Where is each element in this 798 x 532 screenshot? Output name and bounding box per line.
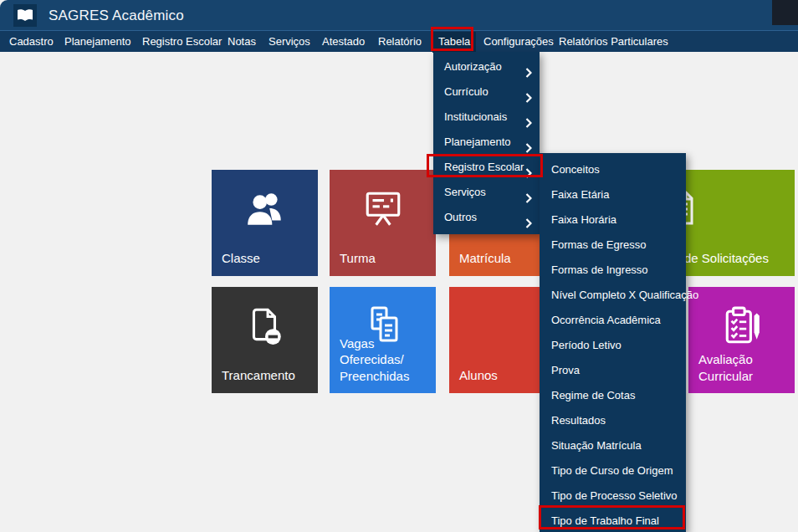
open-book-icon (13, 4, 37, 27)
submenu-item-faixa-horaria[interactable]: Faixa Horária (540, 207, 686, 233)
dropdown-item-autorizacao[interactable]: Autorização (433, 54, 540, 79)
people-icon (244, 188, 286, 233)
dropdown-item-curriculo[interactable]: Currículo (433, 79, 540, 105)
tile-avaliacao[interactable]: Avaliação Curricular (688, 287, 795, 393)
main-menubar: Cadastro Planejamento Registro Escolar N… (0, 30, 798, 52)
menu-item-planejamento[interactable]: Planejamento (59, 32, 137, 53)
presentation-board-icon (362, 188, 404, 233)
app-title: SAGRES Acadêmico (49, 0, 184, 30)
submenu-item-tipo-de-processo-seletivo[interactable]: Tipo de Processo Seletivo (540, 483, 686, 509)
tile-label: Classe (222, 250, 260, 267)
menu-item-cadastro[interactable]: Cadastro (3, 32, 59, 53)
tile-label: Matrícula (459, 250, 511, 267)
chevron-right-icon (525, 212, 532, 238)
submenu-item-conceitos[interactable]: Conceitos (540, 157, 686, 182)
submenu-item-tipo-de-trabalho-final[interactable]: Tipo de Trabalho Final (540, 509, 686, 532)
tile-label: de Solicitações (684, 250, 769, 267)
menu-item-registro-escolar[interactable]: Registro Escolar (136, 32, 228, 53)
submenu-item-resultados[interactable]: Resultados (540, 408, 686, 433)
dropdown-item-planejamento[interactable]: Planejamento (433, 130, 540, 155)
menu-item-atestado[interactable]: Atestado (316, 32, 371, 53)
tile-trancamento[interactable]: Trancamento (212, 287, 318, 393)
menu-item-tabela[interactable]: Tabela (432, 32, 476, 53)
dropdown-item-servicos[interactable]: Serviços (433, 180, 540, 205)
tile-label: Turma (340, 250, 376, 267)
submenu-item-formas-de-egresso[interactable]: Formas de Egresso (540, 233, 686, 258)
submenu-item-regime-de-cotas[interactable]: Regime de Cotas (540, 383, 686, 408)
corner-dark-region (772, 0, 798, 25)
dropdown-item-registro-escolar[interactable]: Registro Escolar (433, 155, 540, 180)
submenu-item-tipo-de-curso-de-origem[interactable]: Tipo de Curso de Origem (540, 458, 686, 483)
dropdown-item-institucionais[interactable]: Institucionais (433, 105, 540, 130)
dropdown-item-outros[interactable]: Outros (433, 205, 540, 230)
submenu-item-ocorrencia-academica[interactable]: Ocorrência Acadêmica (540, 308, 686, 333)
submenu-item-nivel-completo-x-qualificacao[interactable]: Nível Completo X Qualificação (540, 283, 686, 308)
tile-classe[interactable]: Classe (212, 170, 318, 276)
tabela-dropdown-menu: Autorização Currículo Institucionais Pla… (433, 52, 540, 234)
menu-item-relatorios-particulares[interactable]: Relatórios Particulares (553, 32, 674, 53)
tile-label: Trancamento (222, 367, 295, 384)
clipboard-pen-icon (721, 305, 763, 350)
menu-item-relatorio[interactable]: Relatório (372, 32, 427, 53)
menu-item-configuracoes[interactable]: Configurações (478, 32, 560, 53)
tile-label: Alunos (459, 367, 498, 384)
tile-label: Vagas Oferecidas/ Preenchidas (340, 335, 436, 385)
tile-turma[interactable]: Turma (330, 170, 436, 276)
document-minus-icon (244, 305, 286, 350)
app-header: SAGRES Acadêmico (0, 0, 798, 30)
menu-item-notas[interactable]: Notas (222, 32, 262, 53)
submenu-item-periodo-letivo[interactable]: Período Letivo (540, 333, 686, 358)
submenu-item-faixa-etaria[interactable]: Faixa Etária (540, 182, 686, 207)
submenu-item-situacao-matricula[interactable]: Situação Matrícula (540, 433, 686, 458)
submenu-item-formas-de-ingresso[interactable]: Formas de Ingresso (540, 258, 686, 283)
tile-vagas[interactable]: Vagas Oferecidas/ Preenchidas (330, 287, 436, 393)
tile-label: Avaliação Curricular (698, 351, 753, 384)
registro-escolar-submenu: Conceitos Faixa Etária Faixa Horária For… (540, 153, 686, 532)
submenu-item-prova[interactable]: Prova (540, 358, 686, 383)
menu-item-servicos[interactable]: Serviços (263, 32, 316, 53)
